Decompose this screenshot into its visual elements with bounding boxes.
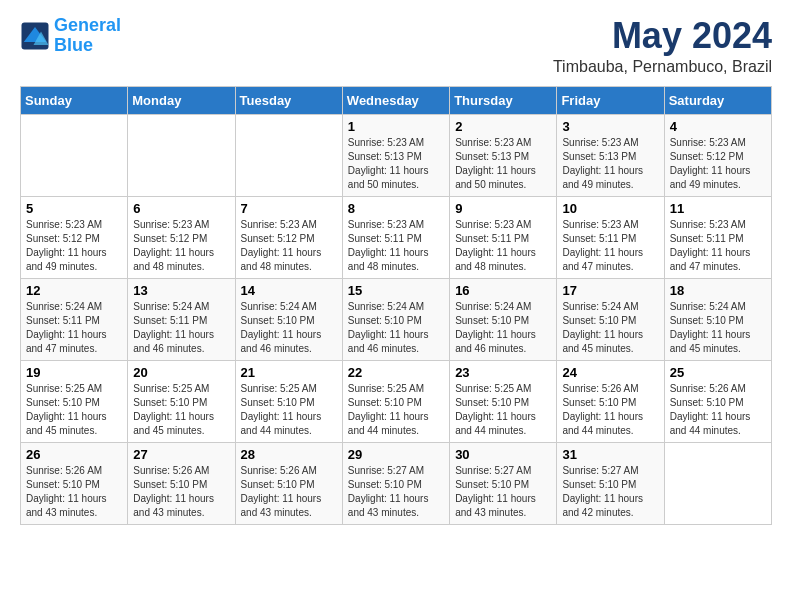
day-number: 1	[348, 119, 444, 134]
day-number: 23	[455, 365, 551, 380]
day-cell: 14Sunrise: 5:24 AMSunset: 5:10 PMDayligh…	[235, 278, 342, 360]
day-cell: 24Sunrise: 5:26 AMSunset: 5:10 PMDayligh…	[557, 360, 664, 442]
day-number: 11	[670, 201, 766, 216]
day-cell: 27Sunrise: 5:26 AMSunset: 5:10 PMDayligh…	[128, 442, 235, 524]
day-info: Sunrise: 5:23 AMSunset: 5:11 PMDaylight:…	[455, 218, 551, 274]
day-info: Sunrise: 5:26 AMSunset: 5:10 PMDaylight:…	[133, 464, 229, 520]
weekday-header-tuesday: Tuesday	[235, 86, 342, 114]
logo: General Blue	[20, 16, 121, 56]
day-number: 31	[562, 447, 658, 462]
weekday-header-row: SundayMondayTuesdayWednesdayThursdayFrid…	[21, 86, 772, 114]
day-cell: 31Sunrise: 5:27 AMSunset: 5:10 PMDayligh…	[557, 442, 664, 524]
day-cell: 30Sunrise: 5:27 AMSunset: 5:10 PMDayligh…	[450, 442, 557, 524]
day-info: Sunrise: 5:27 AMSunset: 5:10 PMDaylight:…	[455, 464, 551, 520]
day-cell: 28Sunrise: 5:26 AMSunset: 5:10 PMDayligh…	[235, 442, 342, 524]
day-info: Sunrise: 5:26 AMSunset: 5:10 PMDaylight:…	[241, 464, 337, 520]
day-info: Sunrise: 5:23 AMSunset: 5:11 PMDaylight:…	[562, 218, 658, 274]
week-row-1: 1Sunrise: 5:23 AMSunset: 5:13 PMDaylight…	[21, 114, 772, 196]
day-info: Sunrise: 5:23 AMSunset: 5:13 PMDaylight:…	[348, 136, 444, 192]
day-number: 6	[133, 201, 229, 216]
day-number: 22	[348, 365, 444, 380]
day-number: 9	[455, 201, 551, 216]
day-cell: 8Sunrise: 5:23 AMSunset: 5:11 PMDaylight…	[342, 196, 449, 278]
weekday-header-wednesday: Wednesday	[342, 86, 449, 114]
day-number: 18	[670, 283, 766, 298]
day-cell: 29Sunrise: 5:27 AMSunset: 5:10 PMDayligh…	[342, 442, 449, 524]
day-cell	[128, 114, 235, 196]
day-cell: 16Sunrise: 5:24 AMSunset: 5:10 PMDayligh…	[450, 278, 557, 360]
day-number: 12	[26, 283, 122, 298]
day-cell: 17Sunrise: 5:24 AMSunset: 5:10 PMDayligh…	[557, 278, 664, 360]
day-number: 27	[133, 447, 229, 462]
day-info: Sunrise: 5:23 AMSunset: 5:12 PMDaylight:…	[670, 136, 766, 192]
day-cell: 7Sunrise: 5:23 AMSunset: 5:12 PMDaylight…	[235, 196, 342, 278]
weekday-header-monday: Monday	[128, 86, 235, 114]
day-number: 4	[670, 119, 766, 134]
day-number: 19	[26, 365, 122, 380]
week-row-4: 19Sunrise: 5:25 AMSunset: 5:10 PMDayligh…	[21, 360, 772, 442]
day-cell: 13Sunrise: 5:24 AMSunset: 5:11 PMDayligh…	[128, 278, 235, 360]
day-info: Sunrise: 5:23 AMSunset: 5:11 PMDaylight:…	[670, 218, 766, 274]
day-cell: 26Sunrise: 5:26 AMSunset: 5:10 PMDayligh…	[21, 442, 128, 524]
day-number: 13	[133, 283, 229, 298]
day-cell: 12Sunrise: 5:24 AMSunset: 5:11 PMDayligh…	[21, 278, 128, 360]
day-info: Sunrise: 5:24 AMSunset: 5:10 PMDaylight:…	[241, 300, 337, 356]
day-number: 16	[455, 283, 551, 298]
day-info: Sunrise: 5:24 AMSunset: 5:10 PMDaylight:…	[562, 300, 658, 356]
day-cell: 4Sunrise: 5:23 AMSunset: 5:12 PMDaylight…	[664, 114, 771, 196]
logo-icon	[20, 21, 50, 51]
day-cell: 9Sunrise: 5:23 AMSunset: 5:11 PMDaylight…	[450, 196, 557, 278]
day-number: 28	[241, 447, 337, 462]
day-number: 15	[348, 283, 444, 298]
day-number: 26	[26, 447, 122, 462]
calendar: SundayMondayTuesdayWednesdayThursdayFrid…	[20, 86, 772, 525]
day-cell: 10Sunrise: 5:23 AMSunset: 5:11 PMDayligh…	[557, 196, 664, 278]
week-row-5: 26Sunrise: 5:26 AMSunset: 5:10 PMDayligh…	[21, 442, 772, 524]
day-info: Sunrise: 5:23 AMSunset: 5:12 PMDaylight:…	[26, 218, 122, 274]
day-cell: 1Sunrise: 5:23 AMSunset: 5:13 PMDaylight…	[342, 114, 449, 196]
day-info: Sunrise: 5:25 AMSunset: 5:10 PMDaylight:…	[455, 382, 551, 438]
weekday-header-saturday: Saturday	[664, 86, 771, 114]
week-row-2: 5Sunrise: 5:23 AMSunset: 5:12 PMDaylight…	[21, 196, 772, 278]
day-cell: 15Sunrise: 5:24 AMSunset: 5:10 PMDayligh…	[342, 278, 449, 360]
day-info: Sunrise: 5:23 AMSunset: 5:12 PMDaylight:…	[133, 218, 229, 274]
day-cell: 5Sunrise: 5:23 AMSunset: 5:12 PMDaylight…	[21, 196, 128, 278]
day-cell: 18Sunrise: 5:24 AMSunset: 5:10 PMDayligh…	[664, 278, 771, 360]
week-row-3: 12Sunrise: 5:24 AMSunset: 5:11 PMDayligh…	[21, 278, 772, 360]
weekday-header-friday: Friday	[557, 86, 664, 114]
day-info: Sunrise: 5:23 AMSunset: 5:13 PMDaylight:…	[562, 136, 658, 192]
day-number: 8	[348, 201, 444, 216]
day-info: Sunrise: 5:27 AMSunset: 5:10 PMDaylight:…	[562, 464, 658, 520]
day-cell: 25Sunrise: 5:26 AMSunset: 5:10 PMDayligh…	[664, 360, 771, 442]
day-number: 2	[455, 119, 551, 134]
day-number: 17	[562, 283, 658, 298]
day-number: 21	[241, 365, 337, 380]
day-info: Sunrise: 5:25 AMSunset: 5:10 PMDaylight:…	[133, 382, 229, 438]
day-cell	[235, 114, 342, 196]
day-cell: 11Sunrise: 5:23 AMSunset: 5:11 PMDayligh…	[664, 196, 771, 278]
day-info: Sunrise: 5:24 AMSunset: 5:10 PMDaylight:…	[348, 300, 444, 356]
day-info: Sunrise: 5:25 AMSunset: 5:10 PMDaylight:…	[26, 382, 122, 438]
day-info: Sunrise: 5:26 AMSunset: 5:10 PMDaylight:…	[562, 382, 658, 438]
day-info: Sunrise: 5:24 AMSunset: 5:11 PMDaylight:…	[133, 300, 229, 356]
day-cell: 19Sunrise: 5:25 AMSunset: 5:10 PMDayligh…	[21, 360, 128, 442]
weekday-header-thursday: Thursday	[450, 86, 557, 114]
day-number: 25	[670, 365, 766, 380]
day-number: 10	[562, 201, 658, 216]
weekday-header-sunday: Sunday	[21, 86, 128, 114]
title-area: May 2024 Timbauba, Pernambuco, Brazil	[553, 16, 772, 76]
day-number: 7	[241, 201, 337, 216]
day-number: 5	[26, 201, 122, 216]
day-cell: 23Sunrise: 5:25 AMSunset: 5:10 PMDayligh…	[450, 360, 557, 442]
header: General Blue May 2024 Timbauba, Pernambu…	[20, 16, 772, 76]
location-title: Timbauba, Pernambuco, Brazil	[553, 58, 772, 76]
day-cell: 20Sunrise: 5:25 AMSunset: 5:10 PMDayligh…	[128, 360, 235, 442]
day-info: Sunrise: 5:24 AMSunset: 5:10 PMDaylight:…	[670, 300, 766, 356]
day-number: 30	[455, 447, 551, 462]
day-info: Sunrise: 5:26 AMSunset: 5:10 PMDaylight:…	[26, 464, 122, 520]
day-cell: 22Sunrise: 5:25 AMSunset: 5:10 PMDayligh…	[342, 360, 449, 442]
day-info: Sunrise: 5:24 AMSunset: 5:10 PMDaylight:…	[455, 300, 551, 356]
month-title: May 2024	[553, 16, 772, 56]
day-number: 24	[562, 365, 658, 380]
day-number: 20	[133, 365, 229, 380]
